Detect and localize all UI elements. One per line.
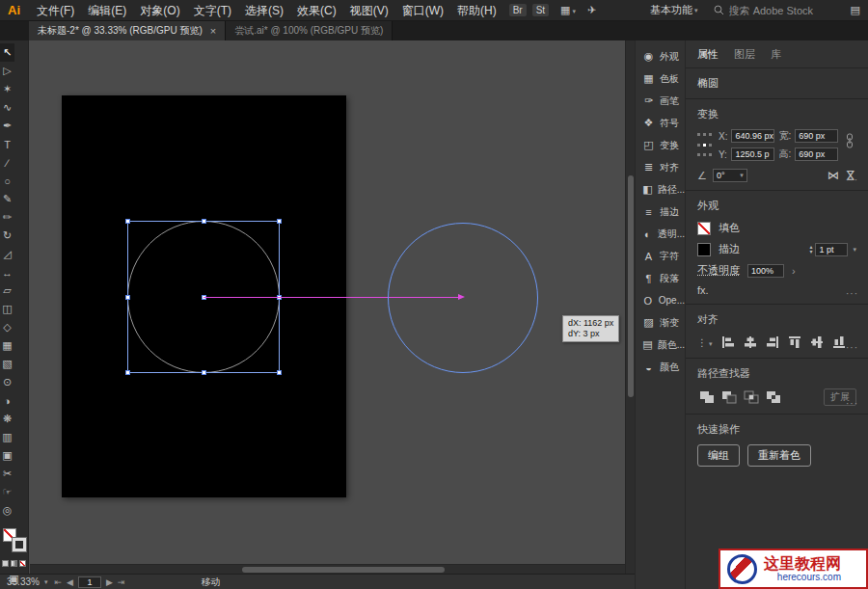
gradient-mode-button[interactable] <box>11 560 17 567</box>
magic-wand-tool[interactable]: ✶ <box>0 80 14 98</box>
chevron-right-icon[interactable]: › <box>792 265 796 277</box>
hand-tool[interactable]: ☞ <box>0 483 14 501</box>
stroke-swatch[interactable] <box>13 538 26 551</box>
menu-item[interactable]: 帮助(H) <box>450 0 503 21</box>
transform-more-options[interactable]: ··· <box>846 174 858 185</box>
panel-gradient[interactable]: ▨ 渐变 <box>636 311 685 334</box>
panel-swatches[interactable]: ▦ 色板 <box>636 67 685 90</box>
selection-tool[interactable]: ↖ <box>0 43 14 62</box>
stroke-color-swatch[interactable] <box>697 243 711 256</box>
pencil-tool[interactable]: ✏ <box>0 208 14 227</box>
color-mode-button[interactable] <box>2 560 9 567</box>
align-to-dropdown[interactable]: ⋮▾ <box>697 337 713 348</box>
tab-properties[interactable]: 属性 <box>697 47 719 62</box>
panel-appearance[interactable]: ◉ 外观 <box>636 45 685 67</box>
artboard-tool[interactable]: ▣ <box>0 446 14 465</box>
menu-item[interactable]: 文件(F) <box>30 0 81 21</box>
panel-transform[interactable]: ◰ 变换 <box>636 134 685 156</box>
first-artboard-icon[interactable]: ⇤ <box>54 577 62 587</box>
draw-mode-icon[interactable]: ▣ <box>9 574 18 584</box>
pathfinder-intersect-button[interactable] <box>742 389 761 405</box>
tab-libraries[interactable]: 库 <box>771 47 781 62</box>
vertical-scrollbar-thumb[interactable] <box>628 175 634 397</box>
workspace-switcher[interactable]: 基本功能▾ <box>650 3 698 17</box>
tab-changshi-ai[interactable]: 尝试.ai* @ 100% (RGB/GPU 预览) <box>226 21 393 40</box>
menu-item[interactable]: 文字(T) <box>187 0 238 21</box>
panel-character[interactable]: A 字符 <box>636 245 685 267</box>
menu-item[interactable]: 窗口(W) <box>395 0 450 21</box>
horizontal-scrollbar[interactable] <box>30 564 625 574</box>
gradient-tool[interactable]: ▧ <box>0 355 14 373</box>
selection-handle[interactable] <box>125 219 130 224</box>
search-input[interactable] <box>729 5 835 16</box>
none-mode-button[interactable] <box>19 560 26 567</box>
x-field[interactable]: 640.96 px <box>731 129 774 143</box>
column-graph-tool[interactable]: ▥ <box>0 428 14 446</box>
panel-color[interactable]: ◒ 颜色 <box>636 356 685 378</box>
stock-button[interactable]: St <box>532 4 549 16</box>
tab-layers[interactable]: 图层 <box>734 47 755 62</box>
align-center-horizontal-button[interactable] <box>741 335 760 350</box>
shape-builder-tool[interactable]: ◫ <box>0 300 14 318</box>
vertical-scrollbar[interactable] <box>625 40 635 574</box>
height-field[interactable]: 690 px <box>795 147 838 161</box>
flip-horizontal-icon[interactable]: ⋈ <box>827 169 839 182</box>
symbol-sprayer-tool[interactable]: ❋ <box>0 410 14 428</box>
apps-grid-icon[interactable]: ▤ <box>851 4 860 16</box>
pathfinder-exclude-button[interactable] <box>764 389 783 405</box>
y-field[interactable]: 1250.5 p <box>731 147 774 161</box>
selection-handle[interactable] <box>125 295 130 300</box>
align-middle-vertical-button[interactable] <box>807 335 827 350</box>
opacity-field[interactable]: 100% <box>747 264 784 278</box>
menu-item[interactable]: 对象(O) <box>133 0 186 21</box>
menu-item[interactable]: 效果(C) <box>290 0 343 21</box>
pen-tool[interactable]: ✒ <box>0 117 14 135</box>
selection-handle[interactable] <box>277 370 282 375</box>
align-right-button[interactable] <box>763 335 782 350</box>
perspective-grid-tool[interactable]: ◇ <box>0 318 14 336</box>
align-left-button[interactable] <box>719 335 738 350</box>
fill-color-swatch[interactable] <box>697 222 711 235</box>
menu-item[interactable]: 编辑(E) <box>81 0 133 21</box>
eyedropper-tool[interactable]: ⊙ <box>0 373 14 391</box>
selection-handle[interactable] <box>125 370 130 375</box>
horizontal-scrollbar-thumb[interactable] <box>242 567 445 573</box>
next-artboard-icon[interactable]: ▶ <box>106 577 113 587</box>
panel-opentype[interactable]: O Ope... <box>636 289 685 311</box>
drag-preview-ellipse[interactable] <box>388 223 538 373</box>
panel-symbols[interactable]: ❖ 符号 <box>636 112 685 134</box>
selection-handle[interactable] <box>277 219 282 224</box>
slice-tool[interactable]: ✂ <box>0 465 14 483</box>
panel-align[interactable]: ≣ 对齐 <box>636 156 685 178</box>
scale-tool[interactable]: ◿ <box>0 245 14 263</box>
bridge-button[interactable]: Br <box>509 4 527 16</box>
panel-pathfinder[interactable]: ◧ 路径... <box>636 178 685 201</box>
selection-handle[interactable] <box>202 370 206 375</box>
menu-item[interactable]: 视图(V) <box>343 0 395 21</box>
menu-item[interactable]: 选择(S) <box>238 0 290 21</box>
panel-color-guide[interactable]: ▤ 颜色... <box>636 334 685 356</box>
pathfinder-more-options[interactable]: ··· <box>846 398 858 409</box>
pathfinder-minus-front-button[interactable] <box>719 389 739 405</box>
panel-stroke[interactable]: ≡ 描边 <box>636 201 685 223</box>
mesh-tool[interactable]: ▦ <box>0 336 14 355</box>
pathfinder-unite-button[interactable] <box>697 389 717 405</box>
tab-untitled-2[interactable]: 未标题-2* @ 33.33% (RGB/GPU 预览) × <box>29 21 226 40</box>
stepper-arrows-icon[interactable]: ▴▾ <box>809 245 812 254</box>
align-top-button[interactable] <box>785 335 804 350</box>
lasso-tool[interactable]: ∿ <box>0 98 14 117</box>
canvas-area[interactable]: dX: 1162 px dY: 3 px <box>30 40 625 565</box>
panel-brushes[interactable]: ✑ 画笔 <box>636 90 685 112</box>
rotation-angle-field[interactable]: 0°▾ <box>713 169 747 182</box>
arrange-documents-icon[interactable]: ▦▾ <box>560 4 576 16</box>
last-artboard-icon[interactable]: ⇥ <box>118 577 125 587</box>
opacity-label[interactable]: 不透明度 <box>697 263 740 278</box>
previous-artboard-icon[interactable]: ◀ <box>67 577 73 587</box>
width-tool[interactable]: ↔ <box>0 263 14 281</box>
selection-handle[interactable] <box>202 219 206 224</box>
share-icon[interactable]: ✈ <box>587 4 596 16</box>
free-transform-tool[interactable]: ▱ <box>0 281 14 300</box>
recolor-button[interactable]: 重新着色 <box>747 444 811 467</box>
paintbrush-tool[interactable]: ✎ <box>0 190 14 208</box>
blend-tool[interactable]: ◑ <box>0 391 14 410</box>
